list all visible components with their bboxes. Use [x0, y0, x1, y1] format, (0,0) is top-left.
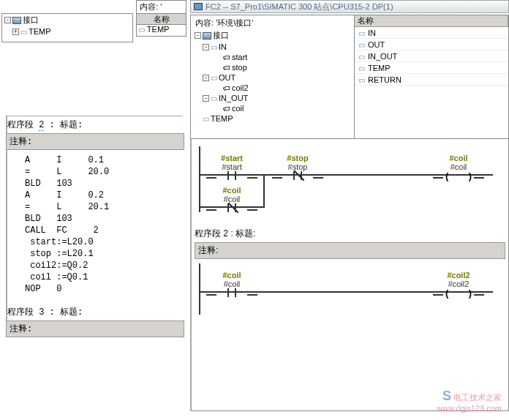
- collapse-icon[interactable]: -: [203, 44, 209, 50]
- window-icon: [194, 3, 203, 10]
- left-content-label: 内容: ': [136, 0, 186, 14]
- left-panel: 内容: ' - 接口 + TEMP 名称 TEMP 程序段 2 : 标题: 注释…: [0, 0, 186, 420]
- network-1: #start#start #stop#stop #coil#coil ( ) #…: [195, 146, 505, 212]
- tag-icon: [223, 63, 230, 72]
- content-path: 内容: '环境\接口': [192, 17, 352, 29]
- var-icon: [355, 75, 368, 84]
- left-rail: [199, 263, 200, 315]
- tag-icon: [223, 83, 230, 92]
- tree-var-coil[interactable]: coil: [192, 103, 352, 113]
- var-icon: [355, 40, 368, 49]
- segment-3-title[interactable]: 程序段 3 : 标题:: [7, 304, 183, 320]
- var-icon: [355, 29, 368, 37]
- var-icon: [355, 52, 368, 61]
- coil-coil[interactable]: #coil#coil ( ): [436, 154, 481, 183]
- watermark: S 电工技术之家 www.dgjs123.com: [437, 389, 502, 413]
- tree-in[interactable]: - IN: [192, 42, 352, 52]
- right-var-table: 名称 IN OUT IN_OUT TEMP RETURN: [355, 15, 508, 138]
- tree-root-interface[interactable]: - 接口: [2, 14, 132, 26]
- expand-icon[interactable]: +: [12, 29, 19, 35]
- left-rail: [199, 146, 200, 212]
- tree-temp[interactable]: + TEMP: [2, 26, 132, 37]
- var-icon: [20, 27, 27, 36]
- stl-code-area: 程序段 2 : 标题: 注释: A I 0.1 = L 20.0 BLD 103…: [6, 116, 183, 337]
- collapse-icon[interactable]: -: [195, 32, 201, 39]
- collapse-icon[interactable]: -: [203, 75, 209, 81]
- table-header: 名称: [355, 15, 508, 26]
- comment-bar[interactable]: 注释:: [6, 320, 184, 337]
- contact-start[interactable]: #start#start: [209, 154, 254, 183]
- network-2: #coil#coil #coil2#coil2 ( ): [195, 263, 505, 315]
- tree-label: TEMP: [29, 27, 51, 36]
- segment-2-title[interactable]: 程序段 2 : 标题:: [7, 116, 183, 133]
- table-header: 名称: [136, 13, 186, 25]
- right-panel: FC2 -- S7_Pro1\SIMATIC 300 站点\CPU315-2 D…: [190, 0, 509, 420]
- table-row[interactable]: RETURN: [355, 74, 508, 86]
- table-row[interactable]: IN_OUT: [355, 50, 508, 62]
- tree-var-start[interactable]: start: [192, 52, 352, 62]
- table-row[interactable]: IN: [355, 27, 508, 39]
- left-var-table: 名称 TEMP: [136, 13, 186, 37]
- left-tree[interactable]: - 接口 + TEMP: [1, 13, 133, 42]
- var-icon: [211, 73, 217, 82]
- stl-code[interactable]: A I 0.1 = L 20.0 BLD 103 A I 0.2 = L 20.…: [7, 150, 183, 298]
- contact-stop[interactable]: #stop#stop: [275, 154, 320, 183]
- table-row[interactable]: TEMP: [136, 25, 186, 37]
- right-tree[interactable]: 内容: '环境\接口' - 接口 - IN start stop - OUT c…: [191, 15, 355, 138]
- segment-2-title[interactable]: 程序段 2 : 标题:: [195, 225, 505, 242]
- var-icon: [138, 25, 145, 34]
- tree-label: 接口: [23, 15, 39, 26]
- tag-icon: [223, 53, 230, 61]
- tree-root-interface[interactable]: - 接口: [192, 29, 352, 42]
- comment-bar[interactable]: 注释:: [6, 133, 184, 150]
- ladder-editor[interactable]: #start#start #stop#stop #coil#coil ( ) #…: [190, 139, 509, 411]
- var-icon: [211, 94, 217, 102]
- watermark-logo-icon: S: [442, 389, 451, 403]
- comment-bar[interactable]: 注释:: [195, 242, 505, 259]
- coil-coil2[interactable]: #coil2#coil2 ( ): [436, 271, 481, 300]
- tag-icon: [223, 104, 230, 113]
- branch-vert: [263, 174, 265, 208]
- window-title-bar[interactable]: FC2 -- S7_Pro1\SIMATIC 300 站点\CPU315-2 D…: [190, 0, 509, 13]
- tree-var-coil2[interactable]: coil2: [192, 83, 352, 93]
- window-title: FC2 -- S7_Pro1\SIMATIC 300 站点\CPU315-2 D…: [206, 1, 393, 12]
- table-row[interactable]: TEMP: [355, 62, 508, 74]
- contact-coil-branch[interactable]: #coil#coil: [209, 186, 254, 215]
- table-row[interactable]: OUT: [355, 39, 508, 50]
- interface-icon: [12, 17, 21, 24]
- var-icon: [355, 64, 368, 72]
- collapse-icon[interactable]: -: [4, 17, 11, 23]
- collapse-icon[interactable]: -: [203, 95, 209, 102]
- tree-temp[interactable]: TEMP: [192, 113, 352, 124]
- var-icon: [211, 42, 217, 51]
- tree-var-stop[interactable]: stop: [192, 62, 352, 72]
- var-icon: [203, 114, 209, 123]
- declaration-area: 内容: '环境\接口' - 接口 - IN start stop - OUT c…: [190, 15, 509, 139]
- tree-inout[interactable]: - IN_OUT: [192, 93, 352, 103]
- contact-coil[interactable]: #coil#coil: [209, 271, 254, 300]
- tree-out[interactable]: - OUT: [192, 72, 352, 83]
- interface-icon: [203, 32, 211, 40]
